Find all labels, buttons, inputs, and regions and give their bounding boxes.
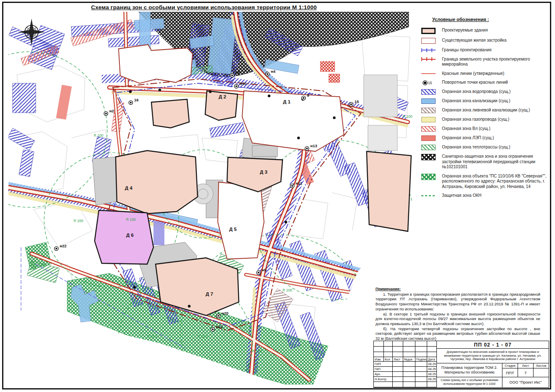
title-block-signatures: Изм. Кол. Лист №док Подпись Дата ГИП08.2… — [374, 341, 437, 387]
turn-point-label: 15 — [354, 99, 359, 104]
sheets-value — [534, 368, 549, 377]
turn-point-label: н9 — [262, 268, 267, 272]
turn-point-dot-core — [306, 148, 308, 149]
legend-heading: Условные обозначения : — [432, 17, 550, 22]
legend-panel: Условные обозначения : Проектируемые зда… — [421, 17, 550, 202]
existing-housing-swatch — [421, 38, 436, 44]
turn-point-label: н5 — [235, 70, 240, 75]
tv-crosshatch-swatch — [421, 154, 436, 160]
doc-code: ПП 02 - 1 - 07 — [437, 341, 549, 349]
stamp-row-gap: ГАП08.25 — [374, 367, 436, 372]
building-label: Д 6 — [126, 233, 134, 238]
turn-point-number: 15 — [428, 81, 432, 85]
legend-item: Проектируемые здания — [421, 28, 550, 34]
legend-item: Санитарно-защитная зона и зона ограничен… — [421, 154, 550, 170]
sheets-label: Листов — [534, 363, 549, 368]
legend-item-label: Охранная зона канализации (сущ.) — [442, 98, 510, 104]
turn-point-label: н4 — [271, 69, 276, 74]
building-label: Д 3 — [260, 170, 267, 175]
turn-point-label: н21 — [216, 324, 223, 329]
turn-point-swatch: 15 — [421, 80, 436, 85]
turn-point-dot-core — [267, 73, 268, 75]
building-d5 — [218, 182, 264, 259]
legend-item: Охранная зона канализации (сущ.) — [421, 98, 550, 104]
radius-label: R 100 — [126, 217, 136, 222]
turn-point-label: н2 — [109, 109, 114, 113]
radius-label: R 100 — [94, 133, 103, 138]
legend-item: Охранная зона Вл (сущ.) — [421, 126, 550, 132]
vl-hatch-swatch — [421, 126, 436, 132]
building-d4 — [116, 151, 198, 214]
radius-label: R 100 — [283, 288, 292, 292]
turn-point-dot-core — [258, 272, 259, 273]
radius-label: R 100 — [403, 114, 412, 119]
legend-item-label: Поворотные точки красных линий — [442, 80, 508, 85]
turn-point-dot-core — [56, 248, 57, 249]
map-canvas: R 100R 100R 100R 100R 100R 100R 100R 100… — [8, 12, 416, 384]
doc-description: Документация по внесению изменений в про… — [437, 349, 549, 363]
legend-item-label: Охранная зона водопровода (сущ.) — [442, 89, 510, 95]
turn-point-dot-core — [235, 85, 237, 87]
radius-label: R 100 — [252, 349, 262, 353]
building-label: Д 2 — [219, 94, 226, 99]
legend-item: Существующая жилая застройка — [421, 38, 550, 44]
storm-hatch-swatch — [421, 108, 436, 113]
parcel-boundary-swatch — [421, 57, 436, 62]
legend-item-label: Охранная зона ливневой канализации (сущ.… — [442, 108, 530, 113]
legend-item-label: Охранная зона объекта "ПС 110/10/6 КВ "С… — [442, 174, 550, 190]
design-boundary-swatch — [421, 48, 436, 53]
lep-solid-swatch — [421, 135, 436, 141]
heat-hatch-swatch — [421, 145, 436, 150]
turn-point-label: 9 — [307, 93, 309, 98]
legend-item-label: Граница земельного участка проектируемог… — [442, 57, 550, 67]
turn-point-icon — [424, 82, 426, 84]
sewer-solid-swatch — [421, 98, 436, 104]
legend-item-label: Красные линии (утвержденные) — [442, 71, 504, 77]
turn-point-label: н22 — [60, 244, 66, 248]
legend-item: Охранная зона ливневой канализации (сущ.… — [421, 108, 550, 113]
turn-point-dot-core — [303, 97, 304, 99]
stamp-header-row: Изм. Кол. Лист №док Подпись Дата — [374, 357, 436, 362]
legend-item: Охранная зона газопровода (сущ.) — [421, 117, 550, 122]
title-block: Изм. Кол. Лист №док Подпись Дата ГИП08.2… — [373, 341, 549, 388]
legend-item-label: Проектируемые здания — [442, 28, 488, 33]
note-paragraph: а). В секторе 1 третьей подзоны в границ… — [375, 312, 540, 327]
stage-value: ППТ — [502, 368, 518, 377]
stamp-row-nkontr: Н.Контр.08.25 — [374, 377, 436, 382]
company-name: ООО "Проект Икс" — [502, 377, 549, 387]
building-label: Д 7 — [206, 291, 213, 297]
gas-solid-swatch — [421, 117, 436, 122]
turn-point-dot-core — [350, 103, 352, 105]
stamp-row-gip: ГИП08.25 — [374, 362, 436, 367]
legend-item-label: Защитная зона ОКН — [442, 193, 481, 199]
turn-point-label: н11 — [296, 181, 302, 185]
turn-point-label: н10 — [240, 81, 246, 86]
legend-item: Охранная зона теплотрассы (сущ.) — [421, 145, 550, 150]
turn-point-dot-core — [212, 328, 214, 330]
stage-sheet-table: Стадия Лист Листов ППТ 7 — [502, 363, 549, 377]
building-label: Д 5 — [229, 227, 237, 232]
water-hatch-swatch — [421, 89, 436, 95]
building-d2-west — [151, 99, 189, 128]
turn-point-dot-core — [291, 185, 293, 187]
legend-item-label: Границы проектирования — [442, 48, 492, 53]
building-label: Д 4 — [125, 185, 132, 191]
building-d1 — [242, 91, 344, 151]
note-paragraph: 1. Территория в границах проектирования … — [375, 292, 540, 312]
sheet-value: 7 — [518, 368, 534, 377]
sheet-title: Схема границ зон с особыми условиями исп… — [437, 377, 502, 387]
notes-heading: Примечание: — [375, 287, 540, 292]
legend-item: Границы проектирования — [421, 48, 550, 53]
legend-item-label: Охранная зона теплотрассы (сущ.) — [442, 145, 510, 150]
plan-sheet: { "page": { "title": "Схема границ зон с… — [0, 0, 555, 392]
turn-point-dot-core — [231, 74, 233, 76]
project-title: Планировка территории ТОМ 2. Материалы п… — [437, 363, 502, 377]
building-d6 — [95, 210, 153, 264]
map-area: R 100R 100R 100R 100R 100R 100R 100R 100… — [8, 12, 416, 384]
building-existing-nw — [119, 45, 193, 83]
turn-point-dot-core — [130, 102, 132, 103]
legend-item-label: Охранная зона ЛЭП (сущ.) — [442, 135, 494, 141]
turn-point-dot-core — [217, 315, 219, 317]
stamp-row-arch: Арх.08.25 — [374, 372, 436, 377]
page-title: Схема границ зон с особыми условиями исп… — [55, 4, 353, 11]
